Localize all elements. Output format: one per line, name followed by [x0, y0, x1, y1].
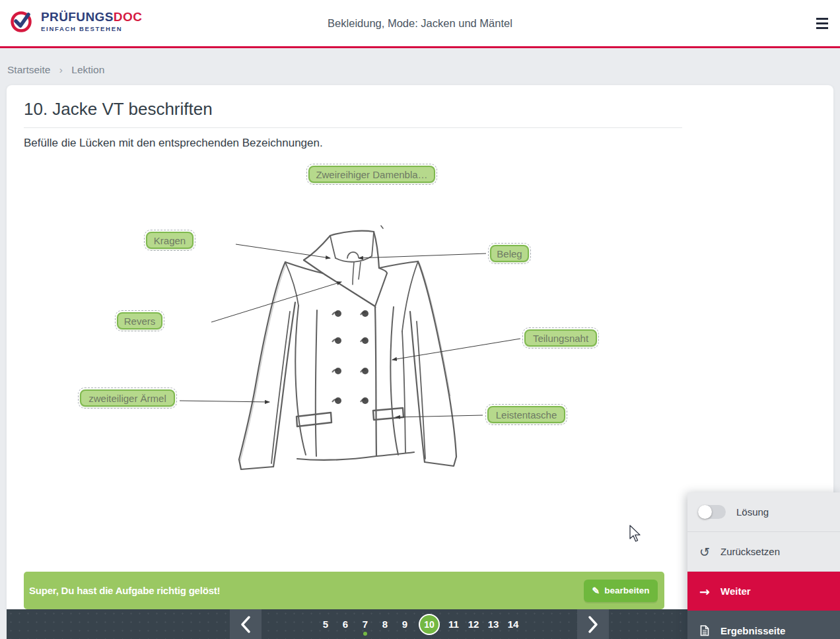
- page-11[interactable]: 11: [448, 619, 460, 630]
- task-instruction: Befülle die Lücken mit den entsprechende…: [24, 137, 323, 150]
- diagram-label-text: Kragen: [146, 232, 193, 249]
- logo-tagline: EINFACH BESTEHEN: [41, 25, 142, 32]
- hamburger-icon: [816, 18, 828, 20]
- prev-button[interactable]: [230, 609, 262, 639]
- breadcrumb-startseite[interactable]: Startseite: [7, 64, 50, 75]
- jacket-illustration: [231, 218, 469, 472]
- chevron-left-icon: [240, 616, 251, 633]
- app-header: PRÜFUNGSDOC EINFACH BESTEHEN Bekleidung,…: [0, 0, 840, 46]
- check-circle-icon: [9, 9, 34, 34]
- arrow-right-icon: →: [699, 584, 710, 599]
- breadcrumb-lektion: Lektion: [71, 64, 104, 75]
- breadcrumb: Startseite › Lektion: [7, 64, 104, 76]
- logo[interactable]: PRÜFUNGSDOC EINFACH BESTEHEN: [9, 9, 142, 34]
- diagram-label[interactable]: Teilungsnaht: [522, 327, 599, 349]
- success-message: Super, Du hast die Aufgabe richtig gelös…: [29, 585, 220, 596]
- page-10[interactable]: 10: [419, 614, 440, 635]
- diagram-label[interactable]: Revers: [115, 310, 164, 331]
- edit-button[interactable]: ✎ bearbeiten: [584, 580, 658, 602]
- side-panel: Lösung↺Zurücksetzen→WeiterErgebnisseite: [687, 492, 840, 639]
- diagram-label-text: Teilungsnaht: [524, 329, 597, 347]
- panel-item-loesung[interactable]: Lösung: [687, 492, 840, 532]
- diagram-label[interactable]: zweiteiliger Ärmel: [78, 387, 177, 409]
- diagram-label-text: zweiteiliger Ärmel: [80, 389, 175, 407]
- diagram-label-text: Beleg: [490, 245, 529, 262]
- next-button[interactable]: [577, 609, 609, 639]
- diagram-label[interactable]: Zweireihiger Damenbla…: [306, 164, 437, 185]
- logo-name-primary: PRÜFUNGS: [41, 10, 114, 24]
- jacket-buttons: [335, 310, 368, 404]
- panel-item-label: Zurücksetzen: [720, 546, 780, 557]
- document-icon: [700, 625, 709, 636]
- diagram-label-text: Leistentasche: [487, 406, 565, 423]
- pencil-icon: ✎: [592, 586, 600, 596]
- page-8[interactable]: 8: [379, 619, 391, 630]
- panel-item-ergebnisseite[interactable]: Ergebnisseite: [687, 611, 840, 639]
- page-5[interactable]: 5: [320, 619, 332, 630]
- panel-item-zuruecksetzen[interactable]: ↺Zurücksetzen: [687, 532, 840, 572]
- header-divider: [0, 46, 840, 48]
- diagram-label-text: Revers: [117, 312, 162, 329]
- course-title: Bekleidung, Mode: Jacken und Mäntel: [328, 17, 512, 30]
- screen: PRÜFUNGSDOC EINFACH BESTEHEN Bekleidung,…: [0, 0, 840, 639]
- page-12[interactable]: 12: [468, 619, 479, 630]
- breadcrumb-separator: ›: [59, 64, 63, 75]
- page-9[interactable]: 9: [399, 619, 411, 630]
- panel-item-label: Lösung: [736, 506, 769, 518]
- chevron-right-icon: [588, 616, 598, 633]
- page-14[interactable]: 14: [507, 619, 519, 630]
- logo-name-accent: DOC: [114, 10, 142, 24]
- panel-item-label: Ergebnisseite: [720, 625, 785, 636]
- diagram-label-text: Zweireihiger Damenbla…: [308, 166, 435, 183]
- toggle-knob: [698, 505, 712, 519]
- task-title: 10. Jacke VT beschriften: [24, 99, 213, 119]
- page-list: 567891011121314: [262, 609, 577, 639]
- panel-item-label: Weiter: [720, 586, 751, 597]
- menu-button[interactable]: [816, 18, 828, 29]
- success-banner: Super, Du hast die Aufgabe richtig gelös…: [24, 572, 664, 609]
- title-divider: [24, 127, 682, 128]
- page-7[interactable]: 7: [359, 619, 371, 630]
- page-13[interactable]: 13: [487, 619, 499, 630]
- panel-item-weiter[interactable]: →Weiter: [687, 572, 840, 611]
- diagram-label[interactable]: Beleg: [488, 243, 531, 264]
- diagram-label[interactable]: Kragen: [144, 230, 195, 251]
- edit-button-label: bearbeiten: [604, 586, 649, 595]
- page-progress-dot: [363, 632, 367, 636]
- undo-icon: ↺: [699, 545, 710, 559]
- solution-toggle[interactable]: [698, 505, 726, 519]
- page-6[interactable]: 6: [339, 619, 351, 630]
- diagram-label[interactable]: Leistentasche: [485, 404, 567, 425]
- logo-text: PRÜFUNGSDOC EINFACH BESTEHEN: [41, 11, 142, 32]
